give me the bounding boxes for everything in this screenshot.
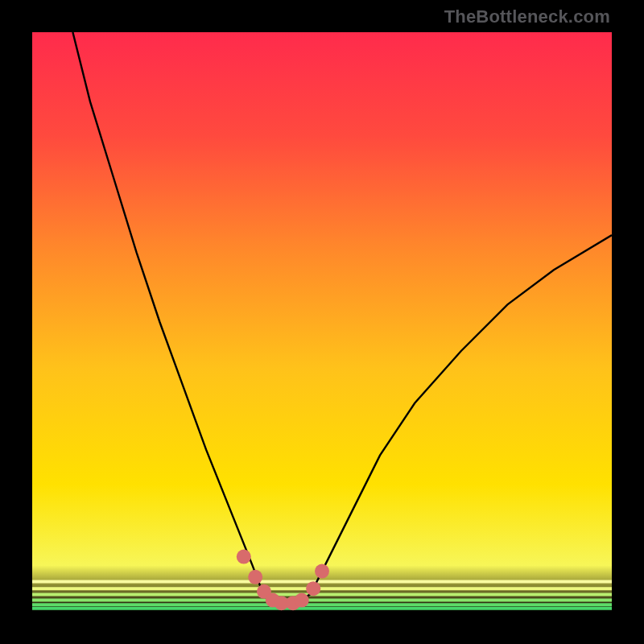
chart-frame (32, 32, 612, 612)
highlight-dot (295, 593, 309, 608)
highlight-dot (237, 550, 251, 564)
chart-background (32, 32, 612, 612)
watermark-text: TheBottleneck.com (444, 6, 610, 27)
highlight-dot (315, 564, 329, 579)
highlight-dot (248, 570, 262, 584)
highlight-dot (306, 581, 320, 596)
chart-svg (32, 32, 612, 612)
